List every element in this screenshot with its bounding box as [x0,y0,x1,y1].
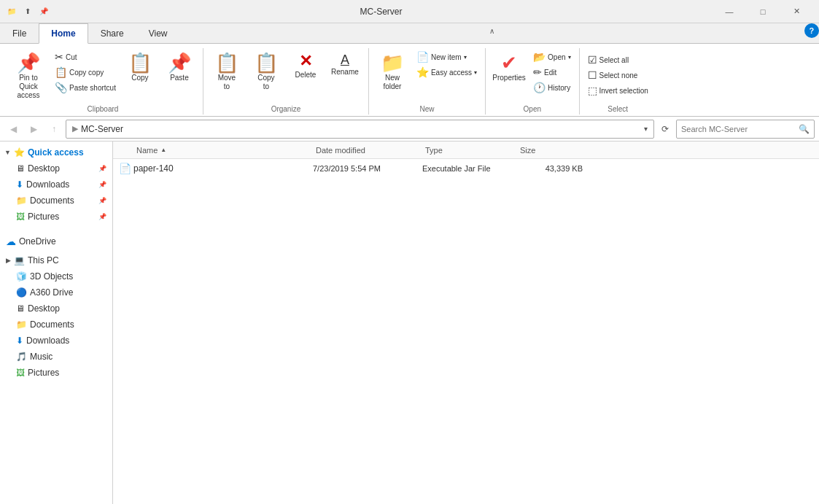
clipboard-small-group: ✂ Cut 📋 Copy copy 📎 Paste shortcut [51,50,120,95]
select-all-icon: ☑ [588,55,597,65]
rename-icon: A [341,53,349,66]
table-row[interactable]: 📄 paper-140 7/23/2019 5:54 PM Executable… [113,159,819,178]
search-bar[interactable]: 🔍 [676,120,815,139]
address-dropdown-button[interactable]: ▾ [644,125,648,133]
history-button[interactable]: 🕐 History [529,80,574,95]
new-items: 📁 New folder 📄 New item ▾ ⭐ Easy access … [373,50,481,104]
ribbon-content: 📌 Pin to Quick access ✂ Cut 📋 Copy copy … [0,47,819,116]
minimize-button[interactable]: — [713,0,746,23]
search-input[interactable] [681,125,796,133]
paste-shortcut-button[interactable]: 📎 Paste shortcut [51,80,120,95]
sidebar-item-pictures-quick[interactable]: 🖼 Pictures 📌 [0,209,112,225]
invert-selection-label: Invert selection [599,87,648,95]
tab-home[interactable]: Home [39,23,88,44]
sidebar-item-pictures-pc[interactable]: 🖼 Pictures [0,365,112,381]
rename-button[interactable]: A Rename [326,50,364,95]
easy-access-button[interactable]: ⭐ Easy access ▾ [413,65,481,80]
select-none-button[interactable]: ☐ Select none [584,68,652,82]
pin-icon: 📌 [17,53,40,72]
column-header-type[interactable]: Type [422,146,517,155]
new-item-button[interactable]: 📄 New item ▾ [413,50,481,64]
column-header-date[interactable]: Date modified [313,146,422,155]
rename-label: Rename [331,68,359,76]
cut-icon: ✂ [55,52,63,62]
sidebar-item-downloads-quick[interactable]: ⬇ Downloads 📌 [0,177,112,193]
properties-icon: ✔ [501,53,517,72]
sidebar-item-a360-drive[interactable]: 🔵 A360 Drive [0,284,112,301]
documents-icon: 📁 [16,195,27,206]
title-bar-icons: 📁 ⬆ 📌 [6,6,50,18]
new-group-label: New [373,104,481,115]
downloads-pc-label: Downloads [26,336,69,346]
ribbon-group-clipboard: 📌 Pin to Quick access ✂ Cut 📋 Copy copy … [3,48,203,115]
sidebar-item-quick-access[interactable]: ▼ ⭐ Quick access [0,144,112,160]
nav-bar: ◀ ▶ ↑ ▶ MC-Server ▾ ⟳ 🔍 [0,117,819,141]
copy-to-icon: 📋 [255,53,278,72]
pin-icon[interactable]: 📌 [38,6,50,18]
select-all-button[interactable]: ☑ Select all [584,53,652,67]
new-item-label: New item [431,53,462,61]
ribbon-collapse-button[interactable]: ∧ [485,23,500,38]
quick-access-star-icon: ⭐ [14,147,25,158]
cut-button[interactable]: ✂ Cut [51,50,120,64]
sidebar-item-desktop-quick[interactable]: 🖥 Desktop 📌 [0,160,112,177]
new-item-icon: 📄 [416,52,429,62]
copy-to-button[interactable]: 📋 Copy to [247,50,285,95]
search-icon: 🔍 [799,124,810,134]
file-list-body: 📄 paper-140 7/23/2019 5:54 PM Executable… [113,159,819,504]
pictures-icon: 🖼 [16,212,25,222]
refresh-button[interactable]: ⟳ [657,121,673,137]
sidebar-item-music[interactable]: 🎵 Music [0,349,112,365]
column-header-name[interactable]: Name ▲ [116,146,313,155]
tab-file[interactable]: File [0,23,39,44]
sidebar-item-documents-pc[interactable]: 📁 Documents [0,317,112,333]
new-folder-button[interactable]: 📁 New folder [373,50,411,95]
organize-items: 📋 Move to 📋 Copy to ✕ Delete A Rename [208,50,364,104]
sidebar-item-3d-objects[interactable]: 🧊 3D Objects [0,268,112,284]
delete-button[interactable]: ✕ Delete [287,50,325,95]
file-date: 7/23/2019 5:54 PM [313,164,422,173]
open-group-label: Open [490,104,574,115]
edit-label: Edit [544,69,556,77]
this-pc-icon: 💻 [14,255,25,265]
pin-to-quick-access-button[interactable]: 📌 Pin to Quick access [7,50,50,104]
downloads-pc-icon: ⬇ [16,336,23,346]
close-button[interactable]: ✕ [780,0,813,23]
properties-button[interactable]: ✔ Properties [490,50,528,95]
new-folder-icon: 📁 [381,53,404,72]
column-header-size[interactable]: Size [517,146,590,155]
new-folder-label: New folder [383,74,401,91]
expand-icon: ▶ [6,257,11,264]
pin-indicator-3: 📌 [98,197,106,204]
move-to-button[interactable]: 📋 Move to [208,50,246,95]
tab-view[interactable]: View [136,23,180,44]
back-button[interactable]: ◀ [4,120,22,138]
paste-shortcut-icon: 📎 [55,82,67,93]
sidebar-item-this-pc[interactable]: ▶ 💻 This PC [0,252,112,268]
ribbon-group-new: 📁 New folder 📄 New item ▾ ⭐ Easy access … [369,48,486,115]
tab-bar: File Home Share View ∧ ? [0,23,819,44]
sidebar-item-desktop-pc[interactable]: 🖥 Desktop [0,301,112,317]
sidebar-item-onedrive[interactable]: ☁ OneDrive [0,233,112,249]
edit-button[interactable]: ✏ Edit [529,65,574,80]
address-bar[interactable]: ▶ MC-Server ▾ [66,120,654,139]
history-label: History [548,84,570,92]
copy-copy-button[interactable]: 📋 Copy copy [51,65,120,80]
quick-access-expand-icon: ▼ [4,149,11,156]
easy-access-icon: ⭐ [416,67,429,77]
sidebar-item-documents-quick[interactable]: 📁 Documents 📌 [0,193,112,209]
copy-button[interactable]: 📋 Copy [121,50,159,95]
maximize-button[interactable]: □ [746,0,780,23]
forward-button[interactable]: ▶ [25,120,42,138]
main-area: ▼ ⭐ Quick access 🖥 Desktop 📌 ⬇ Downloads… [0,141,819,504]
tab-share[interactable]: Share [88,23,136,44]
open-button[interactable]: 📂 Open ▾ [529,50,574,64]
desktop-quick-label: Desktop [28,163,60,174]
help-button[interactable]: ? [804,23,819,38]
paste-button[interactable]: 📌 Paste [160,50,198,95]
pin-label: Pin to Quick access [9,74,47,100]
up-button[interactable]: ↑ [45,120,63,138]
sidebar-item-downloads-pc[interactable]: ⬇ Downloads [0,333,112,349]
open-small-group: 📂 Open ▾ ✏ Edit 🕐 History [529,50,574,95]
invert-selection-button[interactable]: ⬚ Invert selection [584,83,652,98]
